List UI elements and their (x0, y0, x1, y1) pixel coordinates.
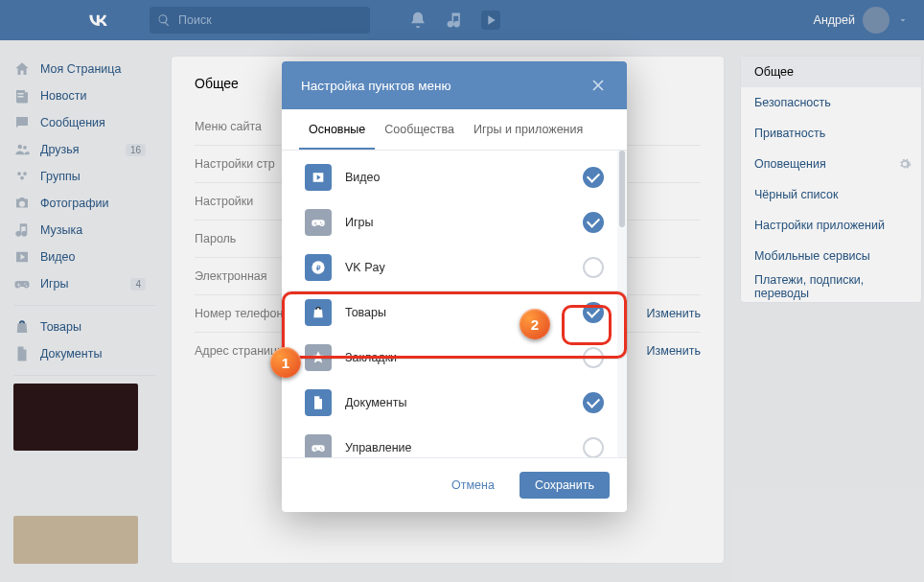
cancel-button[interactable]: Отмена (436, 472, 510, 499)
market-icon (305, 299, 332, 326)
star-icon (305, 344, 332, 371)
close-icon[interactable] (589, 76, 608, 95)
menu-item-label: Видео (345, 171, 381, 184)
modal-title: Настройка пунктов меню (301, 79, 451, 93)
menu-item-label: Документы (345, 396, 406, 409)
menu-item-video[interactable]: Видео (282, 154, 627, 199)
menu-items-list: ВидеоИгры₽VK PayТоварыЗакладкиДокументыУ… (282, 151, 627, 457)
tab-2[interactable]: Игры и приложения (464, 109, 592, 150)
toggle[interactable] (583, 212, 604, 233)
menu-item-label: Игры (345, 216, 373, 229)
modal-header: Настройка пунктов меню (282, 61, 627, 109)
menu-item-pay[interactable]: ₽VK Pay (282, 244, 627, 290)
menu-item-star[interactable]: Закладки (282, 335, 627, 380)
toggle[interactable] (583, 347, 604, 368)
modal-tabs: ОсновныеСообществаИгры и приложения (282, 109, 627, 151)
scrollbar-thumb[interactable] (619, 151, 625, 227)
menu-item-games[interactable]: Управление (282, 425, 627, 457)
tab-1[interactable]: Сообщества (375, 109, 464, 150)
menu-item-label: VK Pay (345, 261, 385, 274)
menu-item-label: Закладки (345, 351, 397, 364)
toggle[interactable] (583, 302, 604, 323)
menu-item-games[interactable]: Игры (282, 199, 627, 244)
menu-item-label: Управление (345, 441, 412, 454)
menu-item-docs[interactable]: Документы (282, 380, 627, 425)
marker-2: 2 (520, 309, 550, 339)
marker-1: 1 (270, 347, 301, 378)
toggle[interactable] (583, 167, 604, 188)
toggle[interactable] (583, 257, 604, 278)
pay-icon: ₽ (305, 254, 332, 281)
toggle[interactable] (583, 392, 604, 413)
tab-0[interactable]: Основные (299, 109, 375, 150)
scrollbar-track[interactable] (617, 151, 627, 457)
modal-footer: Отмена Сохранить (282, 457, 627, 512)
menu-settings-modal: Настройка пунктов меню ОсновныеСообществ… (282, 61, 627, 512)
docs-icon (305, 389, 332, 416)
toggle[interactable] (583, 437, 604, 458)
games-icon (305, 209, 332, 236)
video-icon (305, 164, 332, 191)
games-icon (305, 434, 332, 458)
menu-item-label: Товары (345, 306, 386, 319)
save-button[interactable]: Сохранить (520, 472, 610, 499)
menu-item-market[interactable]: Товары (282, 290, 627, 335)
